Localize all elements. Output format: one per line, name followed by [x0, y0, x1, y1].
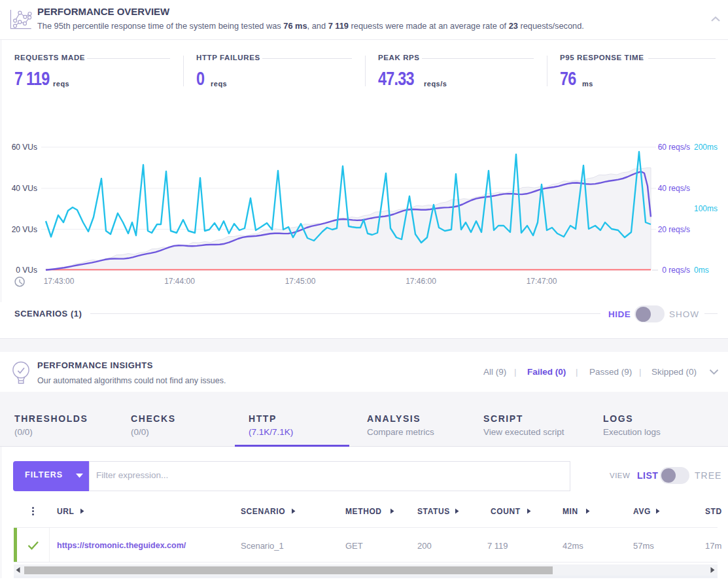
- svg-text:MIN: MIN: [563, 507, 578, 516]
- svg-text:40 VUs: 40 VUs: [12, 184, 37, 193]
- svg-text:17:44:00: 17:44:00: [164, 277, 195, 286]
- svg-text:100ms: 100ms: [694, 204, 718, 213]
- svg-text:200ms: 200ms: [694, 143, 718, 152]
- svg-text:COUNT: COUNT: [491, 507, 521, 516]
- svg-text:STATUS: STATUS: [417, 507, 450, 516]
- svg-text:0ms: 0ms: [694, 266, 709, 275]
- svg-text:60 reqs/s: 60 reqs/s: [658, 143, 690, 152]
- svg-text:17:46:00: 17:46:00: [406, 277, 436, 286]
- svg-text:40 reqs/s: 40 reqs/s: [658, 184, 690, 193]
- svg-text:60 VUs: 60 VUs: [12, 143, 37, 152]
- svg-text:METHOD: METHOD: [345, 507, 382, 516]
- svg-text:STD: STD: [705, 507, 722, 516]
- svg-text:17:45:00: 17:45:00: [285, 277, 316, 286]
- svg-text:SCENARIO: SCENARIO: [241, 507, 285, 516]
- svg-text:17:47:00: 17:47:00: [527, 277, 557, 286]
- svg-text:0 VUs: 0 VUs: [16, 266, 37, 275]
- svg-text:URL: URL: [57, 507, 74, 516]
- svg-text:17:43:00: 17:43:00: [44, 277, 75, 286]
- svg-text:AVG: AVG: [633, 507, 651, 516]
- svg-text:20 reqs/s: 20 reqs/s: [658, 225, 690, 234]
- svg-text:20 VUs: 20 VUs: [12, 225, 37, 234]
- svg-text:0 reqs/s: 0 reqs/s: [662, 266, 690, 275]
